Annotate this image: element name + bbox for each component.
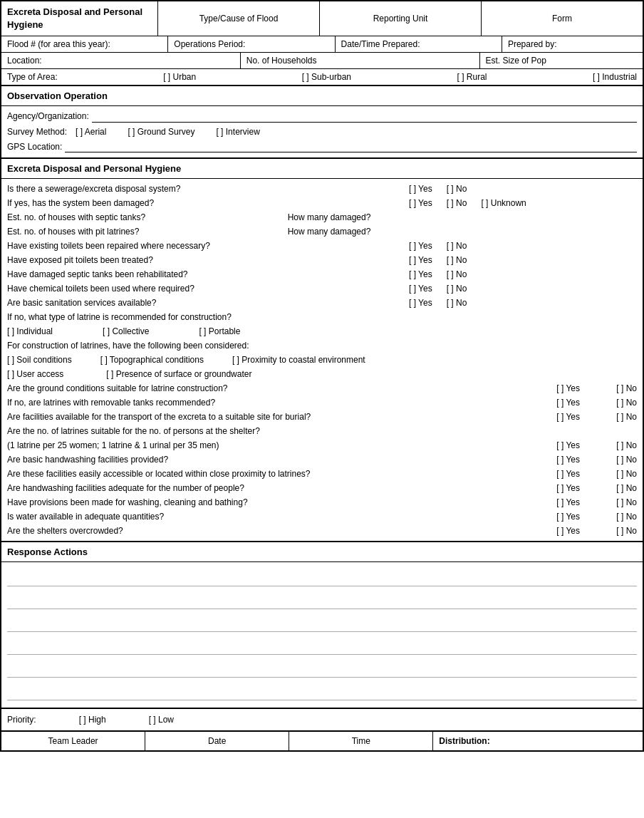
form-title: Excreta Disposal and Personal Hygiene <box>1 1 158 36</box>
surface-groundwater[interactable]: [ ] Presence of surface or groundwater <box>106 368 251 380</box>
q-latrine-ratio-text: (1 latrine per 25 women; 1 latrine & 1 u… <box>7 439 509 452</box>
exposed-no[interactable]: [ ] No <box>447 254 467 266</box>
observation-content: Agency/Organization: Survey Method: [ ] … <box>1 106 643 157</box>
repaired-no[interactable]: [ ] No <box>447 239 467 252</box>
ground-no[interactable]: [ ] No <box>580 382 637 395</box>
chemical-no[interactable]: [ ] No <box>447 282 467 295</box>
q-removable-text: If no, are latrines with removable tanks… <box>7 396 509 409</box>
date-time-label: Date/Time Prepared: <box>336 36 502 52</box>
response-line-6[interactable] <box>7 680 637 700</box>
handwashing-yes[interactable]: [ ] Yes <box>509 453 580 466</box>
location-label: Location: <box>1 53 241 68</box>
septic-damaged: How many damaged? <box>288 211 371 224</box>
q-septic-rehab-opts: [ ] Yes [ ] No <box>409 268 637 281</box>
ground-survey-option[interactable]: [ ] Ground Survey <box>128 125 194 139</box>
gps-label: GPS Location: <box>7 140 62 154</box>
excreta-title: Excreta Disposal and Personal Hygiene <box>1 159 643 179</box>
q-washing: Have provisions been made for washing, c… <box>7 495 637 509</box>
response-line-1[interactable] <box>7 566 637 586</box>
q-latrines-num-text: Are the no. of latrines suitable for the… <box>7 425 637 438</box>
individual-option[interactable]: [ ] Individual <box>7 325 53 338</box>
q-sanitation-text: Are basic sanitation services available? <box>7 296 409 309</box>
septic-rehab-no[interactable]: [ ] No <box>447 268 467 281</box>
header-row2: Flood # (for area this year): Operations… <box>1 36 643 53</box>
damaged-unknown[interactable]: [ ] Unknown <box>481 197 526 209</box>
pit-damaged: How many damaged? <box>288 225 371 238</box>
aerial-option[interactable]: [ ] Aerial <box>76 125 106 139</box>
removable-no[interactable]: [ ] No <box>580 396 637 409</box>
user-access[interactable]: [ ] User access <box>7 368 63 380</box>
construction-opts-row: [ ] Soil conditions [ ] Topographical co… <box>7 353 637 367</box>
q-water: Is water available in adequate quantitie… <box>7 509 637 524</box>
type-of-area-row: Type of Area: [ ] Urban [ ] Sub-urban [ … <box>1 69 643 86</box>
q-accessible: Are these facilities easily accessible o… <box>7 467 637 481</box>
septic-rehab-yes[interactable]: [ ] Yes <box>409 268 432 281</box>
agency-label: Agency/Organization: <box>7 110 89 123</box>
latrine-type-text: If no, what type of latrine is recommend… <box>7 311 232 323</box>
overcrowded-yes[interactable]: [ ] Yes <box>509 524 580 537</box>
time-cell: Time <box>289 732 433 750</box>
sewerage-no[interactable]: [ ] No <box>447 182 467 195</box>
ground-yes[interactable]: [ ] Yes <box>509 382 580 395</box>
est-size-label: Est. Size of Pop <box>480 53 643 68</box>
repaired-yes[interactable]: [ ] Yes <box>409 239 432 252</box>
coastal-proximity[interactable]: [ ] Proximity to coastal environment <box>232 353 365 366</box>
q-adequate-text: Are handwashing facilities adequate for … <box>7 482 509 495</box>
response-line-5[interactable] <box>7 658 637 678</box>
latrine-type-label: If no, what type of latrine is recommend… <box>7 310 637 324</box>
response-line-2[interactable] <box>7 589 637 609</box>
q-sewerage: Is there a sewerage/excreta disposal sys… <box>7 182 637 196</box>
header-row1: Excreta Disposal and Personal Hygiene Ty… <box>1 1 643 36</box>
sanitation-yes[interactable]: [ ] Yes <box>409 296 432 309</box>
water-no[interactable]: [ ] No <box>580 510 637 523</box>
q-chemical-opts: [ ] Yes [ ] No <box>409 282 637 295</box>
exposed-yes[interactable]: [ ] Yes <box>409 254 432 266</box>
priority-low[interactable]: [ ] Low <box>149 715 174 725</box>
gps-field[interactable] <box>65 141 637 152</box>
interview-option[interactable]: [ ] Interview <box>216 125 259 139</box>
collective-option[interactable]: [ ] Collective <box>103 325 149 338</box>
response-line-4[interactable] <box>7 635 637 655</box>
sewerage-yes[interactable]: [ ] Yes <box>409 182 432 195</box>
q-adequate: Are handwashing facilities adequate for … <box>7 481 637 495</box>
flood-type-header: Type/Cause of Flood <box>158 1 320 36</box>
construction-label-text: For construction of latrines, have the f… <box>7 339 249 352</box>
q-transport-text: Are facilities available for the transpo… <box>7 410 509 423</box>
adequate-no[interactable]: [ ] No <box>580 482 637 495</box>
prepared-by-label: Prepared by: <box>502 36 643 52</box>
accessible-yes[interactable]: [ ] Yes <box>509 467 580 480</box>
accessible-no[interactable]: [ ] No <box>580 467 637 480</box>
response-line-3[interactable] <box>7 612 637 632</box>
q-ground-conditions: Are the ground conditions suitable for l… <box>7 381 637 395</box>
industrial-option[interactable]: [ ] Industrial <box>593 72 637 82</box>
removable-yes[interactable]: [ ] Yes <box>509 396 580 409</box>
priority-high[interactable]: [ ] High <box>79 715 106 725</box>
q-damaged: If yes, has the system been damaged? [ ]… <box>7 196 637 210</box>
overcrowded-no[interactable]: [ ] No <box>580 524 637 537</box>
washing-yes[interactable]: [ ] Yes <box>509 496 580 509</box>
portable-option[interactable]: [ ] Portable <box>199 325 240 338</box>
urban-option[interactable]: [ ] Urban <box>163 72 196 82</box>
topographical-conditions[interactable]: [ ] Topographical conditions <box>100 353 204 366</box>
rural-option[interactable]: [ ] Rural <box>457 72 487 82</box>
priority-row: Priority: [ ] High [ ] Low <box>1 709 643 731</box>
transport-yes[interactable]: [ ] Yes <box>509 410 580 423</box>
damaged-no[interactable]: [ ] No <box>447 197 467 209</box>
priority-label: Priority: <box>7 715 36 725</box>
soil-conditions[interactable]: [ ] Soil conditions <box>7 353 72 366</box>
agency-field[interactable] <box>92 111 637 123</box>
gps-line: GPS Location: <box>7 140 637 155</box>
q-damaged-text: If yes, has the system been damaged? <box>7 197 409 209</box>
transport-no[interactable]: [ ] No <box>580 410 637 423</box>
ratio-yes[interactable]: [ ] Yes <box>509 439 580 452</box>
handwashing-no[interactable]: [ ] No <box>580 453 637 466</box>
ratio-no[interactable]: [ ] No <box>580 439 637 452</box>
water-yes[interactable]: [ ] Yes <box>509 510 580 523</box>
washing-no[interactable]: [ ] No <box>580 496 637 509</box>
form-wrapper: Excreta Disposal and Personal Hygiene Ty… <box>0 0 644 752</box>
suburban-option[interactable]: [ ] Sub-urban <box>302 72 351 82</box>
adequate-yes[interactable]: [ ] Yes <box>509 482 580 495</box>
chemical-yes[interactable]: [ ] Yes <box>409 282 432 295</box>
sanitation-no[interactable]: [ ] No <box>447 296 467 309</box>
damaged-yes[interactable]: [ ] Yes <box>409 197 432 209</box>
